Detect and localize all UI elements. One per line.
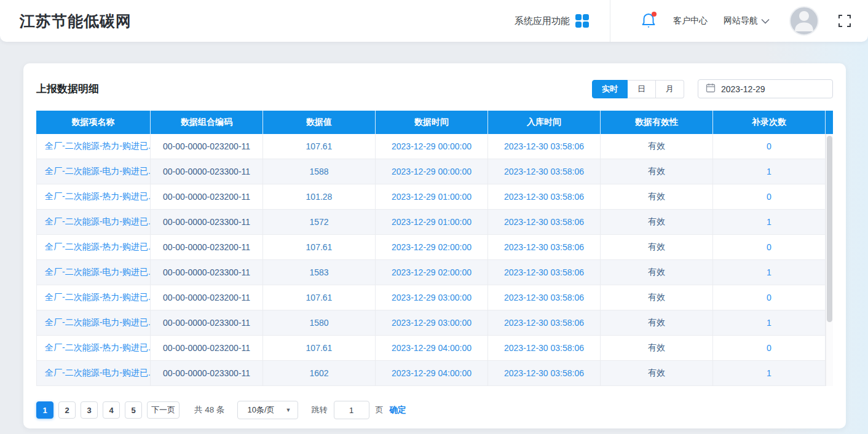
- table-cell: 00-00-0000-023200-11: [151, 134, 263, 159]
- column-header: 补录次数: [713, 111, 826, 134]
- page-button-2[interactable]: 2: [58, 401, 76, 419]
- table-row: 全厂-二次能源-热力-购进已...00-00-0000-023200-11107…: [37, 285, 826, 310]
- pagination: 1 2 3 4 5 下一页 共 48 条 10条/页 ▼ 跳转 页 确定: [36, 401, 833, 419]
- page-button-5[interactable]: 5: [125, 401, 142, 419]
- data-item-link[interactable]: 全厂-二次能源-热力-购进已...: [37, 184, 151, 209]
- table-cell: 00-00-0000-023300-11: [151, 210, 263, 234]
- next-page-button[interactable]: 下一页: [147, 401, 180, 419]
- notification-dot: [652, 12, 657, 17]
- table-cell: 00-00-0000-023300-11: [151, 361, 263, 385]
- column-header: 入库时间: [488, 111, 601, 134]
- data-item-link[interactable]: 全厂-二次能源-热力-购进已...: [37, 235, 151, 259]
- table-cell: 2023-12-30 03:58:06: [488, 235, 601, 259]
- table-cell: 有效: [601, 184, 713, 209]
- table-row: 全厂-二次能源-热力-购进已...00-00-0000-023200-11107…: [37, 336, 826, 361]
- table-cell: 00-00-0000-023200-11: [151, 285, 263, 310]
- column-header: 数据值: [263, 111, 376, 134]
- column-header: 数据有效性: [601, 111, 713, 134]
- table-cell: 1572: [263, 210, 376, 234]
- data-item-link[interactable]: 全厂-二次能源-电力-购进已...: [37, 210, 151, 234]
- fullscreen-icon[interactable]: [837, 14, 852, 28]
- column-header: 数据时间: [376, 111, 488, 134]
- table-cell: 有效: [601, 235, 713, 259]
- time-granularity-tabs: 实时 日 月: [592, 80, 684, 98]
- site-title: 江苏节能低碳网: [20, 11, 132, 31]
- table-row: 全厂-二次能源-电力-购进已...00-00-0000-023300-11157…: [37, 210, 826, 235]
- page-size-select[interactable]: 10条/页 ▼: [237, 401, 298, 419]
- data-item-link[interactable]: 全厂-二次能源-热力-购进已...: [37, 285, 151, 310]
- page-button-4[interactable]: 4: [103, 401, 120, 419]
- table-cell: 0: [713, 235, 826, 259]
- column-header: 数据项名称: [36, 111, 151, 134]
- table-cell: 1: [713, 210, 826, 234]
- tab-realtime[interactable]: 实时: [592, 80, 628, 98]
- table-cell: 1602: [263, 361, 376, 385]
- data-item-link[interactable]: 全厂-二次能源-电力-购进已...: [37, 361, 151, 385]
- table-row: 全厂-二次能源-电力-购进已...00-00-0000-023300-11158…: [37, 159, 826, 184]
- table-cell: 00-00-0000-023200-11: [151, 184, 263, 209]
- tab-day[interactable]: 日: [628, 80, 656, 98]
- table-cell: 1: [713, 310, 826, 335]
- confirm-jump-button[interactable]: 确定: [390, 404, 406, 416]
- table-cell: 有效: [601, 159, 713, 184]
- table-cell: 00-00-0000-023200-11: [151, 235, 263, 259]
- report-panel: 上报数据明细 实时 日 月 2023-12-29 数据项名称数据组合编码数据值数: [23, 63, 846, 428]
- table-cell: 2023-12-30 03:58:06: [488, 361, 601, 385]
- page-size-value: 10条/页: [248, 404, 275, 416]
- data-item-link[interactable]: 全厂-二次能源-电力-购进已...: [37, 260, 151, 285]
- table-cell: 2023-12-29 03:00:00: [376, 310, 488, 335]
- calendar-icon: [706, 83, 716, 95]
- notification-bell-icon[interactable]: [640, 12, 657, 30]
- table-cell: 1: [713, 361, 826, 385]
- data-item-link[interactable]: 全厂-二次能源-电力-购进已...: [37, 310, 151, 335]
- system-apps-menu[interactable]: 系统应用功能: [515, 14, 610, 28]
- user-icon: [790, 6, 818, 36]
- chevron-down-icon: [761, 16, 770, 26]
- data-item-link[interactable]: 全厂-二次能源-热力-购进已...: [37, 336, 151, 360]
- page-button-1[interactable]: 1: [36, 401, 53, 419]
- panel-controls: 实时 日 月 2023-12-29: [592, 79, 833, 98]
- table-cell: 00-00-0000-023300-11: [151, 310, 263, 335]
- avatar[interactable]: [789, 6, 819, 36]
- table-cell: 107.61: [263, 285, 376, 310]
- table-cell: 2023-12-30 03:58:06: [488, 159, 601, 184]
- top-bar-right: 系统应用功能 客户中心 网站导航: [515, 0, 852, 42]
- data-item-link[interactable]: 全厂-二次能源-电力-购进已...: [37, 159, 151, 184]
- caret-down-icon: ▼: [286, 407, 291, 413]
- total-count-label: 共 48 条: [194, 404, 225, 416]
- apps-grid-icon: [575, 14, 589, 28]
- table-cell: 107.61: [263, 134, 376, 159]
- table-cell: 有效: [601, 260, 713, 285]
- date-picker[interactable]: 2023-12-29: [698, 79, 833, 98]
- page-unit-label: 页: [376, 404, 384, 416]
- page-button-3[interactable]: 3: [81, 401, 98, 419]
- site-nav-label: 网站导航: [724, 15, 758, 26]
- table-cell: 有效: [601, 361, 713, 385]
- table-cell: 2023-12-30 03:58:06: [488, 184, 601, 209]
- table-cell: 107.61: [263, 336, 376, 360]
- data-item-link[interactable]: 全厂-二次能源-热力-购进已...: [37, 134, 151, 159]
- tab-month[interactable]: 月: [656, 80, 684, 98]
- table-cell: 1583: [263, 260, 376, 285]
- scrollbar-thumb[interactable]: [827, 136, 832, 322]
- table-cell: 2023-12-29 02:00:00: [376, 235, 488, 259]
- table-cell: 2023-12-30 03:58:06: [488, 336, 601, 360]
- table-row: 全厂-二次能源-热力-购进已...00-00-0000-023200-11107…: [37, 134, 826, 159]
- table-cell: 00-00-0000-023300-11: [151, 159, 263, 184]
- table-cell: 1580: [263, 310, 376, 335]
- table-cell: 00-00-0000-023200-11: [151, 336, 263, 360]
- table-cell: 有效: [601, 336, 713, 360]
- table-row: 全厂-二次能源-电力-购进已...00-00-0000-023300-11158…: [37, 260, 826, 285]
- customer-center-link[interactable]: 客户中心: [673, 15, 708, 26]
- table-cell: 0: [713, 336, 826, 360]
- table-cell: 1: [713, 260, 826, 285]
- table-cell: 1: [713, 159, 826, 184]
- table-cell: 2023-12-29 00:00:00: [376, 134, 488, 159]
- table-header: 数据项名称数据组合编码数据值数据时间入库时间数据有效性补录次数: [36, 111, 833, 134]
- table-cell: 2023-12-29 01:00:00: [376, 184, 488, 209]
- table-scrollbar[interactable]: [826, 134, 833, 386]
- site-nav-menu[interactable]: 网站导航: [724, 15, 770, 26]
- header-divider: [610, 0, 610, 42]
- table-row: 全厂-二次能源-电力-购进已...00-00-0000-023300-11158…: [37, 310, 826, 336]
- jump-page-input[interactable]: [334, 401, 369, 419]
